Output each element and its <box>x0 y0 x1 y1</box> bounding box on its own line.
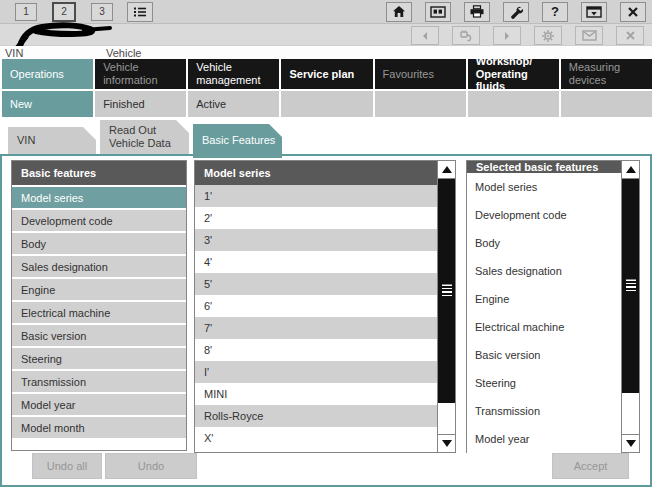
back-icon <box>420 31 430 41</box>
selected-feature-item[interactable]: Development code <box>467 201 621 229</box>
forward-icon <box>502 31 512 41</box>
scroll-up-button[interactable] <box>438 161 455 179</box>
help-button[interactable]: ? <box>542 2 568 22</box>
scroll-up-button[interactable] <box>622 161 639 179</box>
submenu-item[interactable]: Finished <box>95 91 186 117</box>
submenu-item[interactable] <box>468 91 559 117</box>
triangle-down-icon <box>626 440 636 447</box>
submenu-item[interactable]: New <box>2 91 93 117</box>
settings-button[interactable] <box>534 26 562 45</box>
model-series-item[interactable]: 7' <box>195 317 437 339</box>
basic-feature-item[interactable]: Basic version <box>12 325 186 346</box>
selected-feature-item[interactable]: Body <box>467 229 621 257</box>
selected-feature-item[interactable]: Transmission <box>467 397 621 425</box>
menu-item[interactable]: Operations <box>2 59 93 89</box>
model-series-item[interactable]: 4' <box>195 251 437 273</box>
tab-read-out-vehicle-data[interactable]: Read Out Vehicle Data <box>100 120 189 154</box>
basic-feature-item[interactable]: Model series <box>12 187 186 208</box>
close-icon <box>625 30 636 41</box>
workspace-button[interactable]: 3 <box>91 3 113 21</box>
selected-basic-features-panel: Selected basic features Model seriesDeve… <box>466 160 640 453</box>
model-series-item[interactable]: Rolls-Royce <box>195 405 437 427</box>
scrollbar-thumb[interactable] <box>438 179 455 403</box>
printer-button[interactable] <box>464 2 490 22</box>
basic-feature-item[interactable]: Sales designation <box>12 256 186 277</box>
vin-label: VIN <box>5 47 23 59</box>
scroll-down-button[interactable] <box>622 434 639 452</box>
submenu-item[interactable] <box>281 91 372 117</box>
grip-icon <box>626 280 636 293</box>
undo-all-button[interactable]: Undo all <box>32 453 102 479</box>
model-series-item[interactable]: 1' <box>195 185 437 207</box>
displays-button[interactable] <box>425 2 451 22</box>
menu-item[interactable]: Vehicle management <box>188 59 279 89</box>
submenu-item[interactable]: Active <box>188 91 279 117</box>
model-series-item[interactable]: 6' <box>195 295 437 317</box>
menu-item[interactable]: Vehicle information <box>95 59 186 89</box>
menu-item[interactable]: Favourites <box>375 59 466 89</box>
messages-button[interactable] <box>575 26 603 45</box>
select-window-button[interactable] <box>581 2 607 22</box>
scrollbar-thumb[interactable] <box>622 179 639 393</box>
accept-button[interactable]: Accept <box>552 453 629 479</box>
close-button[interactable] <box>620 2 646 22</box>
basic-feature-item[interactable]: Electrical machine <box>12 302 186 323</box>
close-operation-button[interactable] <box>616 26 644 45</box>
selected-features-scrollbar[interactable] <box>621 161 639 452</box>
model-series-scrollbar[interactable] <box>437 161 455 452</box>
vehicle-connection-button[interactable] <box>452 26 480 45</box>
model-series-item[interactable]: I' <box>195 361 437 383</box>
basic-feature-item[interactable]: Engine <box>12 279 186 300</box>
basic-feature-item[interactable]: Steering <box>12 348 186 369</box>
submenu-item[interactable] <box>561 91 652 117</box>
selected-feature-item[interactable]: Steering <box>467 369 621 397</box>
selected-basic-features-header: Selected basic features <box>467 161 621 173</box>
scroll-down-button[interactable] <box>438 434 455 452</box>
triangle-down-icon <box>442 440 452 447</box>
model-series-item[interactable]: X' <box>195 427 437 449</box>
basic-features-list: Model seriesDevelopment codeBodySales de… <box>12 187 186 438</box>
close-icon <box>627 6 639 18</box>
title-bar: 123 <box>0 0 652 24</box>
workspace-button[interactable]: 1 <box>15 3 37 21</box>
scrollbar-track[interactable] <box>438 179 455 434</box>
scrollbar-track[interactable] <box>622 179 639 434</box>
nav-bar <box>0 24 652 46</box>
back-button[interactable] <box>411 26 439 45</box>
basic-feature-item[interactable]: Model month <box>12 417 186 438</box>
tab-vin[interactable]: VIN <box>8 127 96 154</box>
model-series-item[interactable]: 5' <box>195 273 437 295</box>
menu-item[interactable]: Measuring devices <box>561 59 652 89</box>
tab-basic-features[interactable]: Basic Features <box>193 124 282 158</box>
submenu-item[interactable] <box>375 91 466 117</box>
selected-feature-item[interactable]: Model series <box>467 173 621 201</box>
selected-feature-item[interactable]: Model year <box>467 425 621 453</box>
menu-item[interactable]: Workshop/ Operating fluids <box>468 59 559 89</box>
basic-feature-item[interactable]: Development code <box>12 210 186 231</box>
forward-button[interactable] <box>493 26 521 45</box>
list-icon <box>132 6 148 18</box>
selected-basic-features-list: Model seriesDevelopment codeBodySales de… <box>467 173 621 453</box>
selected-feature-item[interactable]: Engine <box>467 285 621 313</box>
model-series-item[interactable]: 3' <box>195 229 437 251</box>
basic-feature-item[interactable]: Model year <box>12 394 186 415</box>
selected-feature-item[interactable]: Basic version <box>467 341 621 369</box>
model-series-item[interactable]: 2' <box>195 207 437 229</box>
basic-feature-item[interactable]: Transmission <box>12 371 186 392</box>
undo-button[interactable]: Undo <box>105 453 197 479</box>
menu-item[interactable]: Service plan <box>281 59 372 89</box>
triangle-up-icon <box>626 166 636 173</box>
model-series-item[interactable]: MINI <box>195 383 437 405</box>
selected-feature-item[interactable]: Electrical machine <box>467 313 621 341</box>
grip-icon <box>442 285 452 298</box>
basic-feature-item[interactable]: Body <box>12 233 186 254</box>
operations-list-button[interactable] <box>127 2 153 22</box>
displays-icon <box>430 6 446 18</box>
model-series-item[interactable]: 8' <box>195 339 437 361</box>
home-button[interactable] <box>386 2 412 22</box>
wrench-icon <box>509 5 523 19</box>
tools-button[interactable] <box>503 2 529 22</box>
help-icon: ? <box>551 5 559 18</box>
workspace-button[interactable]: 2 <box>52 2 76 22</box>
selected-feature-item[interactable]: Sales designation <box>467 257 621 285</box>
